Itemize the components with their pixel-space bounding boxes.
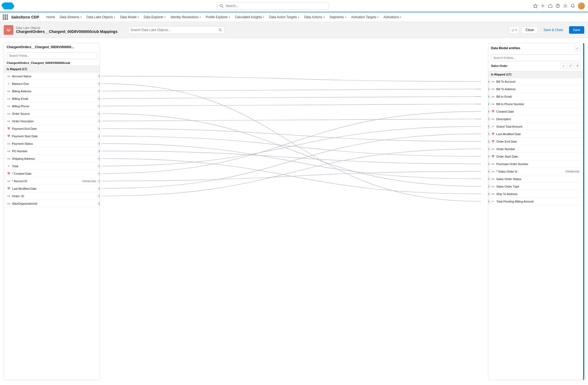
field-row[interactable]: AaOrder: ID xyxy=(4,192,100,200)
mapping-port[interactable] xyxy=(488,184,490,189)
field-row[interactable]: AaShip To Address xyxy=(488,190,583,198)
field-row[interactable]: 📅Payment End Date xyxy=(4,125,100,132)
close-button[interactable]: Close xyxy=(521,26,538,34)
nav-tab-calculated-insights[interactable]: Calculated Insights▾ xyxy=(233,12,267,22)
nav-tab-home[interactable]: Home xyxy=(44,12,57,22)
nav-tab-segments[interactable]: Segments▾ xyxy=(327,12,349,22)
delete-object-button[interactable] xyxy=(575,63,581,69)
field-row[interactable]: 📅Last Modified Date xyxy=(4,185,100,192)
field-row[interactable]: 📅Order End Date xyxy=(488,138,583,145)
dlo-search-input[interactable] xyxy=(131,28,218,32)
nav-tab-data-action-targets[interactable]: Data Action Targets▾ xyxy=(267,12,302,22)
mapping-port[interactable] xyxy=(98,164,100,168)
nav-tab-activations[interactable]: Activations▾ xyxy=(381,12,404,22)
mapping-port[interactable] xyxy=(488,79,490,84)
mapping-port[interactable] xyxy=(488,124,490,129)
field-row[interactable]: AaBilling Phone xyxy=(4,102,100,110)
nav-tab-identity-resolutions[interactable]: Identity Resolutions▾ xyxy=(168,12,203,22)
field-row[interactable]: 📅Order Start Date xyxy=(488,153,583,160)
mapping-port[interactable] xyxy=(98,127,100,131)
mapping-port[interactable] xyxy=(488,192,490,196)
plus-icon[interactable] xyxy=(540,3,545,8)
field-row[interactable]: AaBill to Email xyxy=(488,93,583,100)
mapping-port[interactable] xyxy=(98,134,100,138)
new-mapping-button[interactable]: ▾ xyxy=(509,26,519,34)
mapping-port[interactable] xyxy=(98,97,100,101)
mapping-port[interactable] xyxy=(98,201,100,206)
field-row[interactable]: AaPurchase Order Number xyxy=(488,160,583,168)
field-row[interactable]: AaBilling Email xyxy=(4,95,100,102)
gear-icon[interactable] xyxy=(563,3,568,8)
link-object-button[interactable] xyxy=(568,63,574,69)
target-entity-search[interactable] xyxy=(491,54,581,61)
field-row[interactable]: AaDescription xyxy=(488,115,583,123)
mapping-port[interactable] xyxy=(98,119,100,123)
mapping-port[interactable] xyxy=(98,171,100,176)
app-launcher-icon[interactable] xyxy=(3,14,8,20)
field-row[interactable]: AaOrder Number xyxy=(488,145,583,153)
save-button[interactable]: Save xyxy=(569,26,584,34)
star-icon[interactable] xyxy=(533,3,538,8)
field-row[interactable]: #Total xyxy=(4,162,100,170)
field-row[interactable]: 📅Created Date xyxy=(488,108,583,115)
mapping-canvas[interactable] xyxy=(100,43,488,380)
mapping-port[interactable] xyxy=(488,87,490,91)
mapping-port[interactable] xyxy=(488,147,490,151)
source-field-search-input[interactable] xyxy=(9,54,95,57)
target-entity-search-input[interactable] xyxy=(493,56,578,59)
mapping-port[interactable] xyxy=(488,169,490,174)
mapping-port[interactable] xyxy=(98,179,100,183)
field-row[interactable]: AaShipping Address xyxy=(4,155,100,162)
field-row[interactable]: 📅* Created Date xyxy=(4,170,100,177)
home-icon[interactable] xyxy=(548,3,553,8)
mapping-port[interactable] xyxy=(488,94,490,99)
mapping-port[interactable] xyxy=(98,82,100,86)
mapping-port[interactable] xyxy=(488,109,490,114)
nav-tab-data-model[interactable]: Data Model▾ xyxy=(118,12,141,22)
mapping-port[interactable] xyxy=(98,74,100,78)
nav-tab-data-lake-objects[interactable]: Data Lake Objects▾ xyxy=(84,12,118,22)
field-row[interactable]: AaSales Order Type xyxy=(488,183,583,190)
edit-object-button[interactable] xyxy=(561,63,567,69)
field-row[interactable]: AaBilling Address xyxy=(4,87,100,95)
field-row[interactable]: Aa* Sales Order IdPrimary Key xyxy=(488,168,583,175)
dlo-search[interactable] xyxy=(128,26,225,34)
nav-tab-activation-targets[interactable]: Activation Targets▾ xyxy=(349,12,381,22)
mapping-port[interactable] xyxy=(98,157,100,161)
user-avatar[interactable] xyxy=(578,2,585,9)
field-row[interactable]: AaSales Order Status xyxy=(488,175,583,183)
field-row[interactable]: 📅Payment Start Date xyxy=(4,132,100,140)
field-row[interactable]: AaOrder Source xyxy=(4,110,100,117)
help-icon[interactable] xyxy=(555,3,560,8)
field-row[interactable]: AaOrder Descriptor xyxy=(4,117,100,125)
mapping-port[interactable] xyxy=(488,132,490,136)
field-row[interactable]: AaStbzOrganizationId xyxy=(4,200,100,207)
field-row[interactable]: 📅Last Modified Date xyxy=(488,130,583,138)
field-row[interactable]: #Balance Due xyxy=(4,80,100,87)
field-row[interactable]: #Total Pending Billing Amount xyxy=(488,198,583,205)
mapping-port[interactable] xyxy=(98,142,100,146)
bell-icon[interactable] xyxy=(570,3,575,8)
source-field-search[interactable] xyxy=(7,52,97,59)
mapping-port[interactable] xyxy=(488,162,490,166)
nav-tab-data-actions[interactable]: Data Actions▾ xyxy=(302,12,327,22)
mapping-port[interactable] xyxy=(488,154,490,159)
field-row[interactable]: AaBill to Phone Number xyxy=(488,100,583,108)
mapping-port[interactable] xyxy=(98,186,100,191)
nav-tab-data-streams[interactable]: Data Streams▾ xyxy=(57,12,84,22)
field-row[interactable]: #Grand Total Amount xyxy=(488,123,583,130)
mapping-port[interactable] xyxy=(488,139,490,144)
mapping-port[interactable] xyxy=(98,194,100,198)
mapping-port[interactable] xyxy=(98,89,100,93)
field-row[interactable]: AaAccount Name xyxy=(4,73,100,80)
mapping-port[interactable] xyxy=(98,104,100,108)
mapping-port[interactable] xyxy=(488,177,490,181)
mapping-port[interactable] xyxy=(98,149,100,153)
nav-tab-data-explorer[interactable]: Data Explorer▾ xyxy=(141,12,168,22)
save-close-button[interactable]: Save & Close xyxy=(540,26,567,34)
field-row[interactable]: AaBill To Account xyxy=(488,78,583,85)
field-row[interactable]: AaPayment Status xyxy=(4,140,100,147)
edit-entities-button[interactable] xyxy=(575,45,581,51)
field-row[interactable]: AaPO Number xyxy=(4,147,100,155)
nav-tab-profile-explorer[interactable]: Profile Explorer▾ xyxy=(203,12,233,22)
